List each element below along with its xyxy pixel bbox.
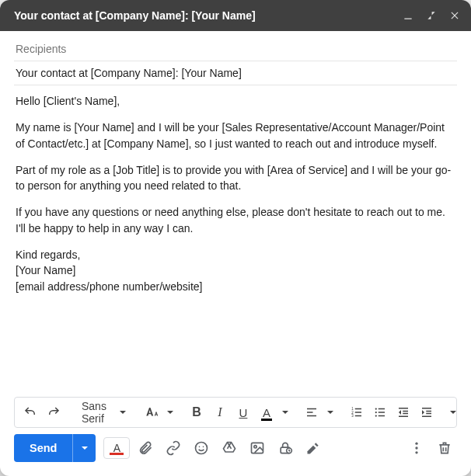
insert-photo-button[interactable]: [245, 436, 270, 460]
insert-link-button[interactable]: [161, 436, 186, 460]
window-title: Your contact at [Company Name]: [Your Na…: [14, 9, 392, 22]
attach-file-button[interactable]: [133, 436, 158, 460]
bulleted-list-button[interactable]: [369, 401, 391, 424]
body-p2: My name is [Your Name] and I will be you…: [16, 120, 455, 151]
body-name: [Your Name]: [16, 262, 455, 278]
insert-drive-button[interactable]: [217, 436, 242, 460]
numbered-list-button[interactable]: 123: [346, 401, 368, 424]
header-fields: Recipients Your contact at [Company Name…: [0, 31, 471, 85]
confidential-mode-button[interactable]: [273, 436, 298, 460]
svg-point-32: [254, 446, 256, 448]
svg-point-15: [375, 408, 377, 409]
svg-point-28: [203, 446, 204, 448]
minimize-icon[interactable]: [401, 9, 415, 23]
undo-button[interactable]: [19, 401, 41, 424]
send-button-group: Send: [14, 434, 96, 462]
body-p3: Part of my role as a [Job Title] is to p…: [16, 162, 455, 194]
discard-draft-button[interactable]: [432, 436, 457, 460]
format-toolbar: Sans Serif B I U A 123: [14, 397, 457, 428]
indent-less-button[interactable]: [392, 401, 414, 424]
font-family-label: Sans Serif: [82, 400, 106, 425]
insert-signature-button[interactable]: [301, 436, 326, 460]
bold-button[interactable]: B: [186, 401, 208, 424]
close-icon[interactable]: [448, 9, 462, 23]
more-options-button[interactable]: [404, 436, 429, 460]
recipients-field[interactable]: Recipients: [14, 37, 457, 61]
subject-field[interactable]: Your contact at [Company Name]: [Your Na…: [14, 61, 457, 85]
svg-point-16: [375, 412, 377, 413]
compose-actions: A: [103, 436, 457, 460]
svg-text:3: 3: [351, 414, 354, 418]
more-formatting-button[interactable]: [447, 401, 459, 424]
formatting-options-button[interactable]: A: [103, 437, 130, 459]
align-button[interactable]: [301, 401, 323, 424]
compose-window: Your contact at [Company Name]: [Your Na…: [0, 0, 471, 476]
svg-point-36: [415, 446, 417, 449]
font-size-dropdown[interactable]: [164, 401, 176, 424]
message-body[interactable]: Hello [Client's Name], My name is [Your …: [0, 85, 471, 397]
body-contact: [email address/phone number/website]: [16, 279, 455, 294]
svg-point-37: [415, 451, 417, 453]
italic-button[interactable]: I: [209, 401, 231, 424]
svg-point-27: [199, 446, 201, 448]
chevron-down-icon: [119, 408, 127, 416]
send-bar: Send A: [0, 434, 471, 476]
svg-point-17: [375, 415, 377, 416]
insert-emoji-button[interactable]: [189, 436, 214, 460]
send-button[interactable]: Send: [14, 434, 72, 462]
body-p4: If you have any questions or need anythi…: [16, 204, 455, 236]
body-p1: Hello [Client's Name],: [16, 93, 455, 109]
svg-point-35: [415, 443, 417, 445]
svg-point-26: [196, 443, 208, 454]
font-size-button[interactable]: [141, 401, 162, 424]
underline-button[interactable]: U: [232, 401, 254, 424]
fullscreen-icon[interactable]: [424, 9, 438, 23]
text-color-button[interactable]: A: [256, 401, 277, 424]
send-options-button[interactable]: [72, 434, 96, 462]
font-family-picker[interactable]: Sans Serif: [74, 401, 131, 424]
titlebar: Your contact at [Company Name]: [Your Na…: [0, 0, 471, 31]
text-color-dropdown[interactable]: [279, 401, 291, 424]
body-signoff: Kind regards,: [16, 247, 455, 262]
redo-button[interactable]: [43, 401, 65, 424]
align-dropdown[interactable]: [324, 401, 337, 424]
indent-more-button[interactable]: [416, 401, 438, 424]
